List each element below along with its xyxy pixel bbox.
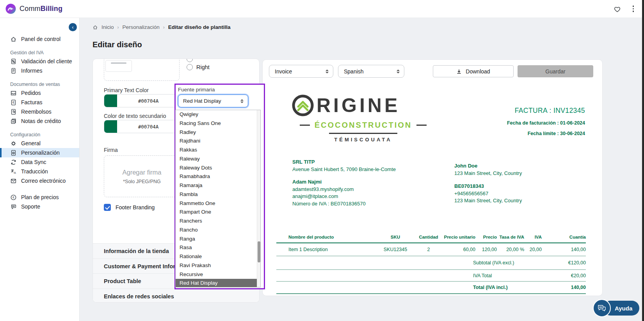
- download-button[interactable]: Download: [433, 65, 514, 77]
- document-type-select[interactable]: Invoice: [269, 65, 333, 78]
- table-row: Item 1 Description SKU12345 2 60,00 120,…: [276, 243, 586, 256]
- font-option[interactable]: Ramabhadra: [176, 172, 257, 181]
- primary-font-selected-value: Red Hat Display: [183, 98, 240, 104]
- font-option[interactable]: Raleway Dots: [176, 164, 257, 173]
- font-option[interactable]: Rampart One: [176, 208, 257, 217]
- sidebar-item-traduccion[interactable]: A Traducción: [0, 167, 79, 176]
- summary-value: 140,00: [542, 285, 586, 290]
- product-table-header: Nombre del producto SKU Cantidad Precio …: [276, 232, 586, 243]
- sidebar-item-plan-de-precios[interactable]: € Plan de precios: [0, 193, 79, 202]
- font-option[interactable]: Rammetto One: [176, 199, 257, 208]
- font-option-selected[interactable]: Red Hat Display: [176, 279, 257, 287]
- dropdown-scrollbar-thumb[interactable]: [258, 241, 260, 262]
- sidebar-item-personalizacion[interactable]: Personalización: [0, 148, 79, 157]
- summary-vat-total: IVA Total €20,00: [276, 270, 586, 282]
- breadcrumb-personalizacion[interactable]: Personalización: [123, 24, 160, 30]
- font-option[interactable]: Radley: [176, 128, 257, 137]
- font-option[interactable]: Recursive: [176, 270, 257, 279]
- sidebar-item-general[interactable]: General: [0, 139, 79, 148]
- col-header: SKU: [376, 235, 415, 239]
- favorites-heart-icon[interactable]: [614, 5, 621, 12]
- sidebar-collapse-button[interactable]: ‹: [69, 23, 77, 31]
- primary-color-input[interactable]: #00704A: [104, 94, 180, 107]
- sidebar-item-soporte[interactable]: Soporte: [0, 202, 79, 211]
- cell-product: Item 1 Description: [276, 247, 376, 252]
- sidebar-item-label: Validación del cliente: [21, 58, 72, 64]
- sidebar-item-informes[interactable]: Informes: [0, 66, 79, 75]
- seller-address: Avenue Saint Hubert 5, 7090 Braine-le-Co…: [292, 166, 396, 173]
- contact-website: adamtest93.myshopify.com: [292, 186, 396, 193]
- sidebar-item-facturas[interactable]: € Facturas: [0, 98, 79, 107]
- billing-id: BE07018343: [454, 183, 522, 190]
- primary-color-swatch[interactable]: [104, 95, 117, 107]
- select-caret-icon: [397, 70, 400, 73]
- sidebar-item-data-sync[interactable]: Data Sync: [0, 157, 79, 167]
- sidebar-item-reembolsos[interactable]: Reembolsos: [0, 107, 79, 116]
- logo-subtitle: ÉCOCONSTRUCTION: [315, 121, 412, 130]
- select-caret-icon: [326, 70, 329, 73]
- secondary-color-swatch[interactable]: [104, 120, 117, 133]
- font-option[interactable]: Ravi Prakash: [176, 261, 257, 270]
- sidebar-item-validacion-del-cliente[interactable]: Validación del cliente: [0, 57, 79, 66]
- support-chat-icon: [10, 203, 17, 210]
- secondary-color-value[interactable]: #00704A: [117, 124, 180, 130]
- signature-note: *Solo JPEG/PNG: [123, 179, 161, 184]
- pricing-icon: €: [10, 194, 17, 201]
- product-table: Nombre del producto SKU Cantidad Precio …: [276, 232, 586, 294]
- cell-price: 120,00: [475, 247, 497, 252]
- svg-text:€: €: [12, 100, 14, 104]
- col-header: Cantidad: [415, 235, 442, 239]
- footer-branding-checkbox[interactable]: [104, 204, 111, 211]
- sidebar-item-panel-de-control[interactable]: Panel de control: [0, 34, 79, 44]
- breadcrumb-inicio[interactable]: Inicio: [101, 24, 114, 30]
- accordion-social-links[interactable]: Enlaces de redes sociales: [93, 289, 259, 303]
- help-button[interactable]: Ayuda: [593, 299, 639, 317]
- col-header: Nombre del producto: [276, 235, 376, 239]
- logo-upload-box[interactable]: [104, 59, 180, 81]
- primary-font-select[interactable]: Red Hat Display: [178, 95, 248, 107]
- overflow-menu-icon[interactable]: [631, 4, 636, 14]
- sync-icon: [10, 159, 17, 166]
- logo-dash: [300, 125, 310, 126]
- cell-vat-rate: 20,00 %: [497, 247, 524, 252]
- font-option[interactable]: Racing Sans One: [176, 119, 257, 128]
- summary-label: IVA Total: [473, 273, 542, 278]
- sidebar-item-pedidos[interactable]: Pedidos: [0, 88, 79, 98]
- logo-thumbnail: [105, 60, 132, 72]
- customer-name: John Doe: [454, 162, 522, 170]
- cell-sku: SKU12345: [376, 247, 415, 252]
- seller-name: SRL TITP: [292, 159, 396, 166]
- font-option[interactable]: Ranchers: [176, 217, 257, 226]
- sidebar-item-notas-de-credito[interactable]: Notas de crédito: [0, 116, 79, 126]
- summary-label: Subtotal (IVA excl.): [473, 260, 542, 266]
- sidebar-item-correo-electronico[interactable]: Correo electrónico: [0, 176, 79, 185]
- primary-color-value[interactable]: #00704A: [117, 98, 180, 104]
- secondary-color-input[interactable]: #00704A: [104, 120, 180, 133]
- col-header: Cuantía: [542, 235, 586, 239]
- window-edge: [642, 0, 644, 321]
- font-option[interactable]: Ranga: [176, 235, 257, 244]
- language-value: Spanish: [344, 68, 397, 75]
- font-option[interactable]: Rasa: [176, 243, 257, 252]
- save-button[interactable]: Guardar: [518, 65, 593, 77]
- alignment-radio-partial[interactable]: [187, 59, 193, 62]
- sidebar-section-settings: Configuración: [10, 131, 79, 139]
- contact-email: anajmi@itplace.com: [292, 193, 396, 200]
- col-header: Precio unitario: [442, 235, 475, 239]
- alignment-radio-right[interactable]: [187, 64, 193, 70]
- signature-upload-box[interactable]: Agregar firma *Solo JPEG/PNG: [104, 155, 180, 197]
- font-option[interactable]: Rajdhani: [176, 137, 257, 146]
- font-option[interactable]: Rancho: [176, 226, 257, 235]
- font-option[interactable]: Rakkas: [176, 146, 257, 155]
- font-option[interactable]: Rationale: [176, 252, 257, 261]
- font-option[interactable]: Rambla: [176, 190, 257, 199]
- sidebar-item-label: General: [21, 140, 41, 146]
- topbar: CommBilling: [0, 0, 644, 18]
- language-select[interactable]: Spanish: [338, 65, 404, 78]
- primary-color-label: Primary Text Color: [104, 87, 149, 93]
- font-option[interactable]: Qwigley: [176, 110, 257, 119]
- font-option[interactable]: Raleway: [176, 155, 257, 164]
- font-option[interactable]: Ramaraja: [176, 181, 257, 190]
- sidebar-item-label: Facturas: [21, 99, 42, 105]
- svg-text:A: A: [14, 171, 16, 175]
